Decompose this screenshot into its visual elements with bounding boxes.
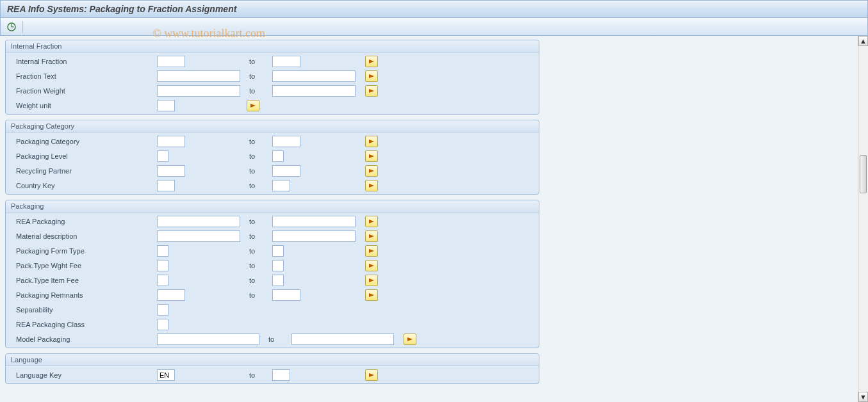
pack-type-wght-fee-to-input[interactable] (272, 260, 284, 271)
to-label: to (247, 291, 272, 299)
multiple-selection-button[interactable] (365, 230, 378, 242)
multiple-selection-button[interactable] (365, 85, 378, 97)
execute-icon[interactable] (6, 21, 17, 33)
model-packaging-to-input[interactable] (291, 334, 394, 345)
row-packaging-level: Packaging Level to (6, 149, 539, 163)
packaging-form-type-from-input[interactable] (157, 245, 168, 257)
to-label: to (247, 247, 272, 255)
material-description-to-input[interactable] (272, 230, 356, 242)
scroll-track[interactable] (858, 46, 868, 392)
field-label: Model Packaging (8, 335, 157, 343)
to-label: to (247, 371, 272, 379)
internal-fraction-to-input[interactable] (272, 56, 300, 67)
field-label: Recycling Partner (8, 167, 157, 175)
fraction-weight-from-input[interactable] (157, 85, 240, 97)
to-label: to (247, 182, 272, 189)
field-label: Fraction Weight (8, 87, 157, 95)
pack-type-item-fee-from-input[interactable] (157, 275, 168, 286)
group-title: Packaging (6, 200, 539, 213)
packaging-category-from-input[interactable] (157, 136, 185, 147)
row-language-key: Language Key to (6, 367, 539, 382)
language-key-from-input[interactable] (157, 369, 175, 381)
row-internal-fraction: Internal Fraction to (6, 54, 539, 68)
multiple-selection-button[interactable] (365, 275, 378, 286)
fraction-text-to-input[interactable] (272, 70, 356, 82)
field-label: Packaging Level (8, 152, 157, 160)
row-pack-type-item-fee: Pack.Type Item Fee to (6, 273, 539, 287)
multiple-selection-button[interactable] (365, 289, 378, 301)
field-label: Weight unit (8, 102, 157, 109)
row-pack-type-wght-fee: Pack.Type Wght Fee to (6, 258, 539, 273)
packaging-form-type-to-input[interactable] (272, 245, 284, 257)
to-label: to (247, 262, 272, 269)
multiple-selection-button[interactable] (365, 180, 378, 191)
multiple-selection-button[interactable] (365, 216, 378, 227)
rea-packaging-class-input[interactable] (157, 319, 168, 330)
packaging-category-to-input[interactable] (272, 136, 300, 147)
field-label: Country Key (8, 182, 157, 189)
pack-type-item-fee-to-input[interactable] (272, 275, 284, 286)
row-packaging-category: Packaging Category to (6, 134, 539, 149)
to-label: to (247, 167, 272, 175)
country-key-from-input[interactable] (157, 180, 175, 191)
group-title: Language (6, 354, 539, 366)
multiple-selection-button[interactable] (365, 70, 378, 82)
field-label: Internal Fraction (8, 58, 157, 65)
fraction-weight-to-input[interactable] (272, 85, 356, 97)
weight-unit-input[interactable] (157, 100, 175, 111)
scroll-thumb[interactable] (860, 155, 867, 193)
model-packaging-from-input[interactable] (157, 334, 259, 345)
field-label: Separability (8, 306, 157, 314)
page-title: REA Info Systems: Packaging to Fraction … (0, 0, 868, 18)
language-key-to-input[interactable] (272, 369, 290, 381)
row-model-packaging: Model Packaging to (6, 332, 539, 346)
to-label: to (247, 277, 272, 284)
fraction-text-from-input[interactable] (157, 70, 240, 82)
multiple-selection-button[interactable] (365, 56, 378, 67)
field-label: Pack.Type Wght Fee (8, 262, 157, 269)
group-title: Packaging Category (6, 120, 539, 133)
multiple-selection-button[interactable] (365, 165, 378, 177)
field-label: Pack.Type Item Fee (8, 277, 157, 284)
group-language: Language Language Key to (5, 353, 539, 384)
packaging-level-to-input[interactable] (272, 150, 284, 162)
row-fraction-weight: Fraction Weight to (6, 83, 539, 98)
to-label: to (247, 218, 272, 225)
multiple-selection-button[interactable] (247, 100, 259, 111)
group-packaging: Packaging REA Packaging to Material desc… (5, 200, 539, 348)
rea-packaging-from-input[interactable] (157, 216, 240, 227)
multiple-selection-button[interactable] (365, 136, 378, 147)
toolbar (0, 18, 868, 36)
field-label: Fraction Text (8, 72, 157, 80)
to-label: to (247, 72, 272, 80)
recycling-partner-from-input[interactable] (157, 165, 185, 177)
row-packaging-form-type: Packaging Form Type to (6, 243, 539, 258)
pack-type-wght-fee-from-input[interactable] (157, 260, 168, 271)
scroll-down-arrow-icon[interactable]: ▼ (858, 392, 868, 402)
separability-input[interactable] (157, 304, 168, 316)
packaging-remnants-to-input[interactable] (272, 289, 300, 301)
toolbar-separator (22, 21, 23, 33)
to-label: to (266, 335, 291, 343)
row-recycling-partner: Recycling Partner to (6, 163, 539, 178)
outer-scrollbar[interactable]: ▲ ▼ (858, 36, 868, 402)
packaging-remnants-from-input[interactable] (157, 289, 185, 301)
multiple-selection-button[interactable] (365, 245, 378, 257)
internal-fraction-from-input[interactable] (157, 56, 185, 67)
multiple-selection-button[interactable] (365, 150, 378, 162)
material-description-from-input[interactable] (157, 230, 240, 242)
to-label: to (247, 87, 272, 95)
row-weight-unit: Weight unit (6, 98, 539, 113)
recycling-partner-to-input[interactable] (272, 165, 300, 177)
rea-packaging-to-input[interactable] (272, 216, 356, 227)
multiple-selection-button[interactable] (365, 369, 378, 381)
packaging-level-from-input[interactable] (157, 150, 168, 162)
field-label: Language Key (8, 371, 157, 379)
multiple-selection-button[interactable] (365, 260, 378, 271)
group-internal-fraction: Internal Fraction Internal Fraction to F… (5, 40, 539, 115)
country-key-to-input[interactable] (272, 180, 290, 191)
group-title: Internal Fraction (6, 40, 539, 52)
row-rea-packaging: REA Packaging to (6, 214, 539, 229)
scroll-up-arrow-icon[interactable]: ▲ (858, 36, 868, 46)
multiple-selection-button[interactable] (404, 334, 416, 345)
